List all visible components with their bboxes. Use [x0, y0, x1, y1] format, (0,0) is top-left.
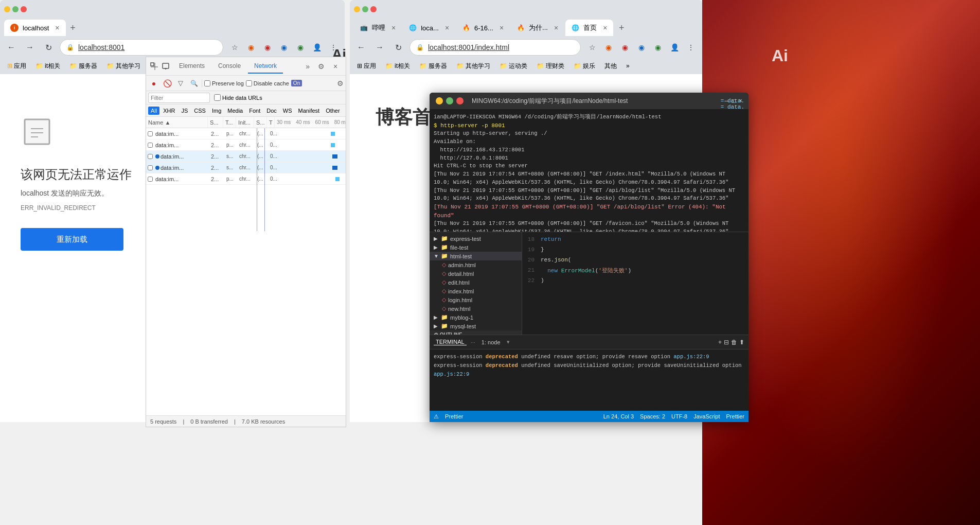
- filter-all[interactable]: All: [148, 107, 159, 115]
- left-address-bar[interactable]: 🔒 localhost:8001: [60, 39, 223, 56]
- back-button[interactable]: ←: [4, 40, 19, 55]
- devtools-device-icon[interactable]: [162, 62, 170, 71]
- bookmark-server[interactable]: 📁 服务器: [66, 61, 100, 72]
- row-checkbox-3[interactable]: [146, 154, 154, 159]
- col-time[interactable]: T: [267, 117, 275, 128]
- right-bookmark-server[interactable]: 📁 服务器: [416, 61, 450, 72]
- network-row-3[interactable]: data:im... 2... s... chr... (... 0...: [146, 151, 346, 162]
- filter-font[interactable]: Font: [246, 107, 263, 115]
- ft-index-html[interactable]: ◇ index.html: [430, 287, 522, 295]
- filter-input[interactable]: [148, 93, 210, 103]
- vscode-maximize-button[interactable]: [446, 97, 453, 104]
- terminal-tab-label[interactable]: TERMINAL: [434, 339, 467, 345]
- devtools-more-button[interactable]: »: [306, 62, 310, 71]
- right-maximize-button[interactable]: [362, 6, 368, 12]
- minimize-button[interactable]: [4, 6, 10, 12]
- filter-js[interactable]: JS: [179, 107, 190, 115]
- tab-home-close[interactable]: ×: [603, 24, 607, 32]
- row-checkbox-5[interactable]: [146, 177, 154, 182]
- extension-button-3[interactable]: ◉: [277, 40, 291, 55]
- devtools-tab-network[interactable]: Network: [248, 59, 283, 74]
- ft-edit-html[interactable]: ◇ edit.html: [430, 278, 522, 287]
- extension-button-1[interactable]: ◉: [244, 40, 258, 55]
- hide-urls-input[interactable]: [214, 94, 221, 101]
- filter-media[interactable]: Media: [225, 107, 245, 115]
- right-ext-2[interactable]: ◉: [618, 40, 632, 55]
- status-language[interactable]: JavaScript: [693, 413, 720, 419]
- network-row-5[interactable]: data:im... 2... p... chr... (... 0...: [146, 173, 346, 185]
- devtools-settings-icon[interactable]: ⚙: [315, 60, 327, 73]
- filter-button[interactable]: ▽: [175, 78, 186, 89]
- outline-header[interactable]: ⚙ OUTLINE: [430, 330, 522, 335]
- filter-ws[interactable]: WS: [280, 107, 295, 115]
- filter-other[interactable]: Other: [323, 107, 343, 115]
- ft-express-test[interactable]: ▶ 📁 express-test: [430, 234, 522, 243]
- right-minimize-button[interactable]: [354, 6, 360, 12]
- bookmark-apps[interactable]: ⊞ 应用: [4, 61, 29, 72]
- right-bookmark-learn[interactable]: 📁 其他学习: [453, 61, 493, 72]
- network-row-4[interactable]: data:im... 2... s... chr... (... 0...: [146, 162, 346, 173]
- devtools-tab-console[interactable]: Console: [212, 59, 247, 74]
- row-checkbox-4[interactable]: [146, 165, 154, 170]
- ft-login-html[interactable]: ◇ login.html: [430, 295, 522, 304]
- right-reload-button[interactable]: ↻: [391, 40, 405, 55]
- right-forward-button[interactable]: →: [372, 40, 387, 55]
- col-init[interactable]: Init...: [236, 117, 254, 128]
- row-checkbox-1[interactable]: [146, 131, 154, 136]
- tab-bilibili-close[interactable]: ×: [391, 24, 396, 32]
- right-bookmark-ent[interactable]: 📁 娱乐: [571, 61, 598, 72]
- user-button[interactable]: 👤: [310, 40, 324, 55]
- search-button[interactable]: 🔍: [188, 78, 200, 89]
- right-bookmark-star-button[interactable]: ☆: [585, 40, 599, 55]
- right-bookmark-finance[interactable]: 📁 理财类: [533, 61, 567, 72]
- terminal-split-button[interactable]: ⊟: [724, 339, 729, 346]
- col-size[interactable]: S...: [254, 117, 267, 128]
- filter-css[interactable]: CSS: [191, 107, 208, 115]
- extension-button-4[interactable]: ◉: [293, 40, 308, 55]
- disable-cache-checkbox[interactable]: Disable cache: [246, 80, 289, 86]
- bookmark-it[interactable]: 📁 it相关: [32, 61, 63, 72]
- right-close-button[interactable]: [370, 6, 377, 12]
- right-ext-3[interactable]: ◉: [634, 40, 649, 55]
- tab-local-close[interactable]: ×: [445, 24, 449, 32]
- terminal-1-node-label[interactable]: 1: node: [479, 339, 503, 345]
- right-ext-4[interactable]: ◉: [651, 40, 665, 55]
- right-more-button[interactable]: ⋮: [684, 40, 698, 55]
- right-ext-1[interactable]: ◉: [601, 40, 616, 55]
- devtools-tab-elements[interactable]: Elements: [173, 59, 211, 74]
- ft-admin-html[interactable]: ◇ admin.html: [430, 260, 522, 269]
- hide-urls-checkbox[interactable]: Hide data URLs: [214, 94, 262, 101]
- right-bookmark-apps[interactable]: ⊞ 应用: [354, 61, 379, 72]
- right-bookmark-more[interactable]: »: [623, 61, 633, 71]
- ft-html-test[interactable]: ▼ 📁 html-test: [430, 252, 522, 260]
- ft-myblog-1[interactable]: ▶ 📁 myblog-1: [430, 313, 522, 322]
- maximize-button[interactable]: [12, 6, 19, 12]
- bookmark-learn[interactable]: 📁 其他学习: [103, 61, 144, 72]
- status-prettier[interactable]: Prettier: [445, 413, 463, 419]
- right-address-bar[interactable]: 🔒 localhost:8001/index.html: [409, 39, 581, 56]
- devtools-close-icon[interactable]: ×: [329, 60, 342, 73]
- right-tab-6[interactable]: 🔥 6-16... ×: [456, 20, 510, 36]
- devtools-inspect-icon[interactable]: [150, 62, 158, 71]
- right-back-button[interactable]: ←: [354, 40, 368, 55]
- col-type[interactable]: T...: [223, 117, 236, 128]
- ft-mysql-test[interactable]: ▶ 📁 mysql-test: [430, 322, 522, 330]
- ft-detail-html[interactable]: ◇ detail.html: [430, 269, 522, 278]
- bookmark-star-button[interactable]: ☆: [227, 40, 242, 55]
- filter-manifest[interactable]: Manifest: [296, 107, 323, 115]
- right-bookmark-other[interactable]: 其他: [601, 61, 620, 72]
- terminal-maximize-button[interactable]: ⬆: [739, 339, 744, 346]
- extension-button-2[interactable]: ◉: [260, 40, 275, 55]
- terminal-more-options[interactable]: ···: [471, 339, 475, 345]
- node-dropdown-icon[interactable]: ▾: [507, 339, 510, 345]
- right-new-tab-button[interactable]: +: [614, 21, 629, 35]
- filter-xhr[interactable]: XHR: [161, 107, 177, 115]
- reload-button-page[interactable]: 重新加载: [21, 228, 123, 251]
- new-tab-button[interactable]: +: [66, 21, 80, 35]
- left-active-tab[interactable]: i localhost ×: [4, 20, 66, 36]
- preserve-log-checkbox[interactable]: Preserve log: [204, 80, 244, 86]
- terminal-add-button[interactable]: +: [718, 339, 722, 346]
- right-tab-home[interactable]: 🌐 首页 ×: [565, 20, 613, 36]
- terminal-delete-button[interactable]: 🗑: [731, 339, 737, 346]
- col-name[interactable]: Name ▲: [146, 117, 208, 128]
